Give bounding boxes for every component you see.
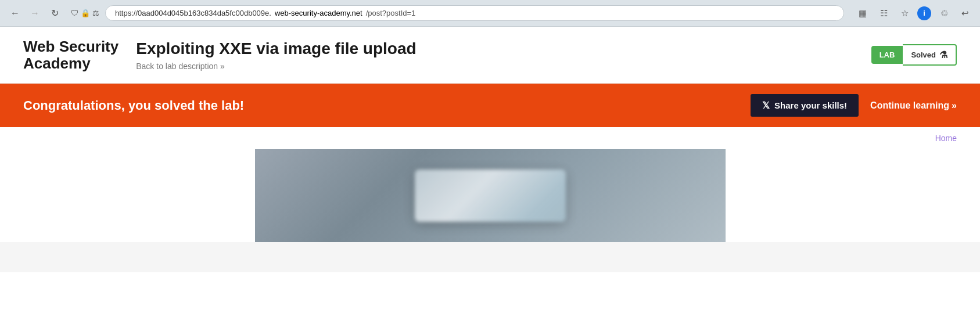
- lab-badge-label: LAB: [871, 46, 903, 64]
- lab-badge-area: LAB Solved ⚗: [871, 44, 957, 66]
- undo-icon[interactable]: ↩: [957, 5, 973, 21]
- shield-icon: 🛡: [71, 9, 78, 17]
- congrats-text: Congratulations, you solved the lab!: [23, 98, 244, 113]
- url-path: /post?postId=1: [366, 9, 416, 17]
- blog-image-blurred-object: [415, 170, 566, 222]
- address-bar[interactable]: https://0aad004d045b163c834da5fc00db009e…: [105, 5, 844, 21]
- security-icons: 🛡 🔒 ⚖: [71, 9, 99, 17]
- blog-image-container: [0, 149, 980, 242]
- banner-right: 𝕏 Share your skills! Continue learning »: [751, 94, 957, 117]
- nav-buttons: ← → ↻: [7, 5, 63, 21]
- site-header: Web Security Academy Exploiting XXE via …: [0, 27, 980, 84]
- reader-icon[interactable]: ☷: [875, 5, 892, 21]
- home-link-bar: Home: [0, 127, 980, 149]
- back-to-lab-link[interactable]: Back to lab description »: [136, 62, 853, 71]
- blog-hero-image: [255, 149, 726, 242]
- browser-toolbar-right: ▦ ☷ ☆ i ♲ ↩: [855, 5, 973, 21]
- share-skills-button[interactable]: 𝕏 Share your skills!: [751, 94, 859, 117]
- forward-button[interactable]: →: [27, 5, 43, 21]
- main-area: Home: [0, 127, 980, 272]
- logo-text: Web Security Academy: [23, 38, 119, 71]
- lab-badge-status: Solved ⚗: [903, 44, 957, 66]
- extensions-icon[interactable]: ♲: [936, 5, 952, 21]
- info-icon[interactable]: i: [917, 6, 931, 20]
- qr-icon[interactable]: ▦: [855, 5, 871, 21]
- home-link[interactable]: Home: [935, 134, 957, 143]
- back-button[interactable]: ←: [7, 5, 23, 21]
- flask-icon: ⚗: [939, 49, 947, 60]
- congrats-banner: Congratulations, you solved the lab! 𝕏 S…: [0, 84, 980, 127]
- url-prefix: https://0aad004d045b163c834da5fc00db009e…: [115, 9, 271, 17]
- lab-title: Exploiting XXE via image file upload: [136, 39, 853, 58]
- url-domain: web-security-academy.net: [275, 9, 362, 17]
- reload-button[interactable]: ↻: [46, 5, 63, 21]
- tracking-icon: ⚖: [92, 9, 99, 17]
- continue-learning-link[interactable]: Continue learning »: [870, 100, 957, 111]
- page-content: Web Security Academy Exploiting XXE via …: [0, 27, 980, 272]
- lab-title-area: Exploiting XXE via image file upload Bac…: [136, 39, 853, 71]
- browser-chrome: ← → ↻ 🛡 🔒 ⚖ https://0aad004d045b163c834d…: [0, 0, 980, 27]
- lock-icon: 🔒: [81, 9, 90, 17]
- twitter-icon: 𝕏: [762, 100, 770, 111]
- bookmark-icon[interactable]: ☆: [896, 5, 913, 21]
- logo-area: Web Security Academy: [23, 38, 119, 71]
